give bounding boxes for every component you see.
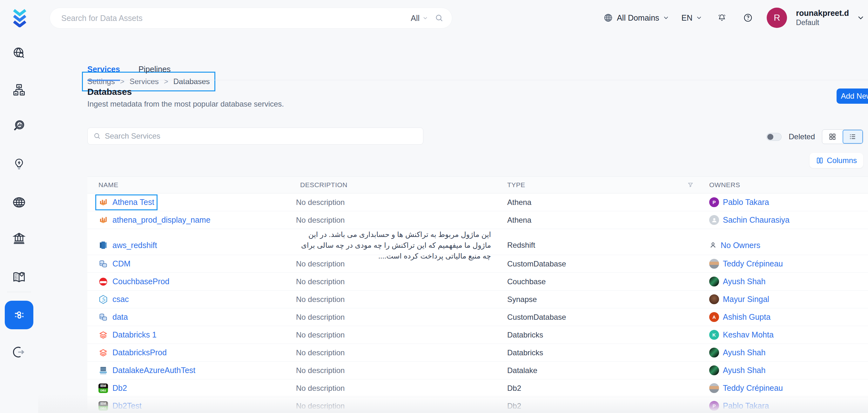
owner-link[interactable]: Ayush Shah: [723, 366, 766, 375]
settings-sliders-icon: [11, 307, 27, 322]
global-search-input[interactable]: [61, 14, 411, 23]
grid-view-button[interactable]: [822, 130, 843, 144]
domains-selector[interactable]: All Domains: [603, 13, 669, 23]
service-search-bar[interactable]: [87, 128, 423, 145]
custom-database-icon: [98, 259, 108, 269]
owner-link[interactable]: Keshav Mohta: [723, 330, 774, 339]
owner: KKeshav Mohta: [709, 330, 774, 340]
help-button[interactable]: [743, 13, 753, 23]
table-header-row: NAME DESCRIPTION TYPE OWNERS: [87, 176, 868, 194]
service-name-link[interactable]: Db2: [113, 383, 127, 393]
owner-link[interactable]: Teddy Crépineau: [723, 259, 783, 268]
service-name-wrap: data: [98, 312, 128, 322]
search-icon: [93, 132, 101, 140]
owner-avatar: [709, 383, 719, 393]
breadcrumb-databases[interactable]: Databases: [174, 77, 210, 86]
tab-divider: [87, 80, 868, 80]
app-logo-icon[interactable]: [11, 8, 28, 27]
data-observability-icon[interactable]: [11, 82, 27, 98]
service-name-link[interactable]: DatalakeAzureAuthTest: [113, 366, 195, 375]
user-name: rounakpreet.d: [796, 8, 849, 18]
notifications-button[interactable]: [717, 13, 727, 23]
service-name-link[interactable]: csac: [113, 295, 129, 304]
service-search-input[interactable]: [105, 132, 417, 140]
sidebar-item-settings[interactable]: [5, 301, 33, 329]
tab-pipelines[interactable]: Pipelines: [138, 65, 170, 81]
logout-icon[interactable]: [11, 344, 27, 360]
domains-icon[interactable]: [11, 195, 27, 210]
owner-link[interactable]: Ayush Shah: [723, 277, 766, 286]
service-name-wrap: Databricks 1: [98, 330, 157, 340]
owner-link[interactable]: Ashish Gupta: [723, 312, 771, 322]
service-name-link[interactable]: Databricks 1: [113, 330, 157, 339]
service-name-link[interactable]: Db2Test: [113, 401, 142, 410]
service-description: No description: [296, 277, 345, 286]
redshift-icon: [98, 240, 108, 250]
owner-avatar: A: [709, 312, 719, 322]
user-menu[interactable]: R rounakpreet.d Default: [767, 8, 864, 28]
language-selector[interactable]: EN: [682, 13, 702, 23]
service-name-link[interactable]: CDM: [113, 259, 130, 268]
description-cell: No description: [289, 366, 496, 375]
list-view-button[interactable]: [843, 130, 863, 144]
column-header-description[interactable]: DESCRIPTION: [289, 181, 496, 189]
service-name-wrap: DatalakeAzureAuthTest: [98, 366, 195, 375]
service-name-link[interactable]: DatabricksProd: [113, 348, 167, 357]
toggle-knob: [767, 134, 773, 140]
service-description: No description: [296, 216, 345, 225]
filter-funnel-icon[interactable]: [687, 182, 694, 188]
type-cell: Databricks: [496, 331, 698, 339]
service-name-link[interactable]: athena_prod_display_name: [113, 215, 211, 225]
service-name-wrap: CDM: [98, 259, 130, 269]
add-new-service-button[interactable]: Add New Service: [837, 89, 868, 104]
owners-cell: Teddy Crépineau: [698, 383, 868, 393]
service-name-link[interactable]: CouchbaseProd: [113, 277, 169, 286]
view-mode-switcher: [822, 129, 863, 144]
columns-button[interactable]: Columns: [810, 153, 863, 168]
table-row: csacNo descriptionSynapseMayur Singal: [87, 290, 868, 308]
column-header-owners[interactable]: OWNERS: [698, 181, 868, 189]
table-row: IBMDB2Db2No descriptionDb2Teddy Crépinea…: [87, 379, 868, 397]
service-type: Athena: [507, 198, 531, 207]
owner-link[interactable]: Sachin Chaurasiya: [723, 215, 789, 225]
tab-services[interactable]: Services: [87, 65, 120, 81]
user-avatar[interactable]: R: [767, 8, 787, 28]
service-description: No description: [296, 313, 345, 322]
user-team: Default: [796, 19, 849, 27]
owner-avatar: P: [709, 197, 719, 207]
description-cell: No description: [289, 216, 496, 225]
columns-icon: [816, 157, 824, 164]
owner-link[interactable]: Ayush Shah: [723, 348, 766, 357]
service-name-link[interactable]: data: [113, 312, 128, 322]
owner-link[interactable]: Pablo Takara: [723, 198, 769, 207]
owner: Teddy Crépineau: [709, 259, 783, 269]
no-owners-link[interactable]: No Owners: [721, 241, 760, 250]
search-icon[interactable]: [435, 14, 444, 23]
name-cell: IBMDB2Db2: [87, 383, 289, 393]
owner: Ayush Shah: [709, 277, 766, 286]
owner-avatar: [709, 277, 719, 286]
explore-icon[interactable]: [11, 45, 27, 61]
owner-link[interactable]: Mayur Singal: [723, 295, 769, 304]
owner-avatar: [709, 348, 719, 357]
service-type: Redshift: [507, 241, 535, 250]
type-cell: CustomDatabase: [496, 260, 698, 268]
service-name-link[interactable]: aws_redshift: [113, 241, 157, 250]
owner-link[interactable]: Teddy Crépineau: [723, 383, 783, 393]
service-type: Databricks: [507, 348, 543, 357]
service-type: CustomDatabase: [507, 260, 566, 268]
search-scope-select[interactable]: All: [411, 14, 428, 23]
deleted-toggle[interactable]: [766, 133, 782, 141]
global-search-bar[interactable]: All: [50, 8, 452, 29]
knowledge-center-icon[interactable]: [11, 269, 27, 284]
service-description: No description: [296, 384, 345, 393]
profiler-data-quality-icon[interactable]: [11, 118, 27, 134]
question-circle-icon: [743, 13, 753, 23]
column-header-name[interactable]: NAME: [87, 181, 289, 189]
left-nav-rail: [0, 0, 38, 413]
govern-icon[interactable]: [11, 231, 27, 246]
owner-link[interactable]: Pablo Takara: [723, 401, 769, 410]
insights-icon[interactable]: [11, 157, 27, 172]
service-name-link[interactable]: Athena Test: [113, 198, 154, 207]
column-header-type[interactable]: TYPE: [496, 181, 698, 189]
